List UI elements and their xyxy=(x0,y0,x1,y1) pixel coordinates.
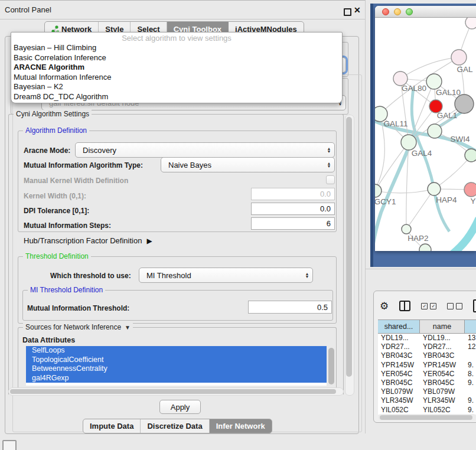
minimized-panel-icon[interactable] xyxy=(2,440,17,450)
zoom-traffic-light-icon[interactable] xyxy=(406,8,413,15)
node-pink-topright[interactable] xyxy=(465,18,476,29)
table-cell: YBL079W xyxy=(378,387,420,396)
apply-button[interactable]: Apply xyxy=(159,400,201,414)
node-label-gal80: GAL80 xyxy=(402,84,426,93)
algorithm-option-basic-correlation-inference[interactable]: Basic Correlation Inference xyxy=(11,53,342,63)
node-hap2[interactable] xyxy=(402,224,411,234)
table-cell: YLR345W xyxy=(420,396,465,405)
dpi-tolerance-field[interactable] xyxy=(251,203,335,215)
node-label-gal11: GAL11 xyxy=(383,119,407,128)
tab-discretize-data[interactable]: Discretize Data xyxy=(141,419,209,433)
table-toolbar: ⚙ ✓✓ xyxy=(380,297,476,315)
table-row[interactable]: YLR345WYLR345W9. xyxy=(378,396,476,405)
node-gray[interactable] xyxy=(455,94,474,113)
table-row[interactable]: YDL19...YDL19...13 xyxy=(378,334,476,343)
mi-steps-field[interactable] xyxy=(251,217,335,230)
table-panel: ⚙ ✓✓ shared...nameA YDL19...YDL19...13YD… xyxy=(373,291,476,423)
node-gal10[interactable] xyxy=(426,74,442,89)
algorithm-option-dream8-dc-tdc-algorithm[interactable]: Dream8 DC_TDC Algorithm xyxy=(11,92,342,102)
node-salmon[interactable] xyxy=(464,182,476,197)
attribute-item-gal4rgexp[interactable]: gal4RGexp xyxy=(26,374,327,383)
aracne-mode-combo[interactable]: Discovery ▲▼ xyxy=(75,142,335,158)
node-hap4[interactable] xyxy=(428,182,441,195)
hub-definition-toggle[interactable]: Hub/Transcription Factor Definition▶ xyxy=(24,236,152,245)
threshold-definition-title: Threshold Definition xyxy=(23,252,91,260)
deselect-all-checks-icon[interactable] xyxy=(447,303,462,309)
stepper-icon: ▲▼ xyxy=(324,162,334,168)
settings-vscrollbar-track[interactable] xyxy=(345,115,354,396)
expanded-arrow-icon: ▼ xyxy=(125,324,131,331)
minimize-traffic-light-icon[interactable] xyxy=(394,8,401,15)
algorithm-option-bayesian-k2[interactable]: Bayesian – K2 xyxy=(11,82,342,92)
sources-title-text: Sources for Network Inference xyxy=(25,323,121,331)
mi-threshold-field[interactable] xyxy=(248,301,332,314)
column-header-a[interactable]: A xyxy=(465,320,476,333)
algorithm-option-mutual-information-inference[interactable]: Mutual Information Inference xyxy=(11,73,342,83)
attribute-item-topologicalcoefficient[interactable]: TopologicalCoefficient xyxy=(26,356,327,365)
settings-vscrollbar-thumb[interactable] xyxy=(346,117,352,377)
node-green-bottom[interactable] xyxy=(419,244,431,251)
node-gal-top[interactable] xyxy=(451,50,467,65)
table-hscrollbar-track[interactable] xyxy=(378,414,476,420)
table-row[interactable]: YBR045CYBR045C9. xyxy=(378,379,476,387)
export-table-icon[interactable] xyxy=(473,299,476,312)
control-panel-window: Control Panel ✕ NetworkStyleSelectCyni T… xyxy=(0,0,366,433)
table-row[interactable]: YBL079WYBL079W xyxy=(378,387,476,396)
mi-type-combo[interactable]: Naive Bayes ▲▼ xyxy=(161,157,335,172)
table-cell: YLR345W xyxy=(378,396,420,405)
which-threshold-label: Which threshold to use: xyxy=(50,272,131,280)
table-cell: YDL19... xyxy=(378,334,420,343)
settings-hscrollbar-thumb[interactable] xyxy=(10,389,336,394)
column-header-name[interactable]: name xyxy=(420,320,465,333)
network-canvas[interactable]: GALGAL80GAL10GAL1GAL11SWI4GAL4GCY1HAP4YH… xyxy=(375,18,476,251)
node-green-right[interactable] xyxy=(465,149,476,162)
dpi-tolerance-label: DPI Tolerance [0,1]: xyxy=(24,207,89,215)
select-all-checks-icon[interactable]: ✓✓ xyxy=(421,303,436,309)
manual-kernel-checkbox[interactable] xyxy=(326,175,335,184)
table-row[interactable]: YDR27...YDR27...12 xyxy=(378,343,476,351)
attribute-item-selfloops[interactable]: SelfLoops xyxy=(26,346,327,356)
node-label-gal4: GAL4 xyxy=(412,149,432,158)
columns-icon[interactable] xyxy=(399,301,410,311)
table-cell: 12 xyxy=(465,343,476,351)
attribute-item-betweennesscentrality[interactable]: BetweennessCentrality xyxy=(26,364,327,374)
table-row[interactable]: YIL052CYIL052C9. xyxy=(378,406,476,415)
hub-definition-label: Hub/Transcription Factor Definition xyxy=(24,236,142,245)
cyni-bottom-tabs: Impute DataDiscretize DataInfer Network xyxy=(83,419,272,433)
kernel-width-field[interactable] xyxy=(251,188,335,200)
network-window-titlebar xyxy=(375,6,476,18)
table-cell: YBR043C xyxy=(420,351,465,360)
close-icon[interactable]: ✕ xyxy=(354,5,361,15)
table-cell: YDL19... xyxy=(420,334,465,343)
table-row[interactable]: YBR043CYBR043C xyxy=(378,351,476,360)
table-row[interactable]: YER054CYER054C8. xyxy=(378,370,476,379)
node-label-gcy1: GCY1 xyxy=(375,197,396,206)
algorithm-option-bayesian-hill-climbing[interactable]: Bayesian – Hill Climbing xyxy=(11,43,342,53)
which-threshold-value: MI Threshold xyxy=(139,271,302,280)
node-gcy1[interactable] xyxy=(375,184,382,197)
table-cell: YBR045C xyxy=(378,379,420,387)
tab-impute-data[interactable]: Impute Data xyxy=(83,419,141,433)
node-label-hap4: HAP4 xyxy=(436,195,457,204)
table-cell: 8. xyxy=(465,370,476,379)
sources-title[interactable]: Sources for Network Inference▼ xyxy=(23,323,133,331)
gear-icon[interactable]: ⚙ xyxy=(380,300,389,312)
table-cell: YDR27... xyxy=(378,343,420,351)
table-hscrollbar-thumb[interactable] xyxy=(380,415,472,420)
close-traffic-light-icon[interactable] xyxy=(382,8,389,15)
node-gal4[interactable] xyxy=(401,135,416,150)
which-threshold-combo[interactable]: MI Threshold ▲▼ xyxy=(139,268,313,283)
node-swi4[interactable] xyxy=(428,124,442,138)
manual-kernel-label: Manual Kernel Width Definition xyxy=(24,177,128,185)
table-row[interactable]: YPR145WYPR145W9. xyxy=(378,361,476,370)
table-cell: YIL052C xyxy=(378,406,420,415)
attributes-scrollbar[interactable] xyxy=(328,348,334,384)
settings-hscrollbar-track[interactable] xyxy=(8,387,344,396)
control-panel-titlebar: Control Panel ✕ xyxy=(0,1,365,19)
data-attributes-list[interactable]: SelfLoopsTopologicalCoefficientBetweenne… xyxy=(26,346,327,386)
mi-steps-label: Mutual Information Steps: xyxy=(24,221,111,230)
tab-infer-network[interactable]: Infer Network xyxy=(210,419,272,433)
float-window-icon[interactable] xyxy=(344,8,351,16)
column-header-shared[interactable]: shared... xyxy=(378,320,420,333)
algorithm-option-aracne-algorithm[interactable]: ARACNE Algorithm xyxy=(11,63,342,73)
